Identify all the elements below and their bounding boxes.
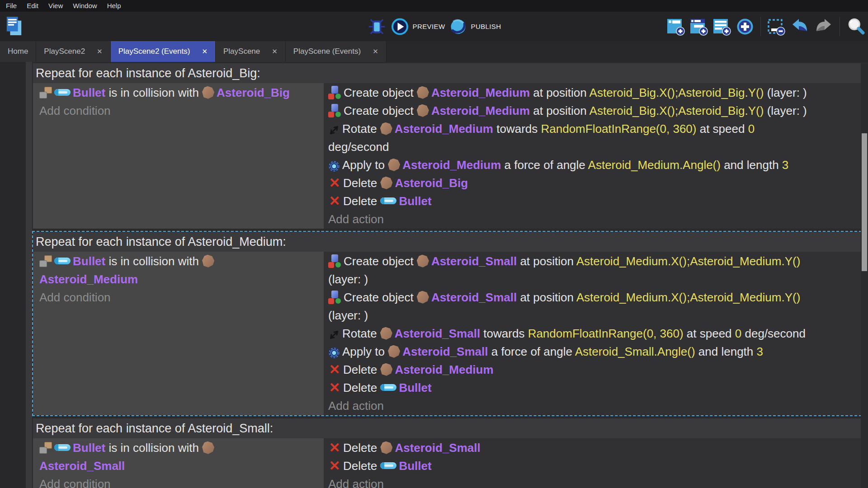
text-segment: Delete	[343, 459, 380, 473]
action-row[interactable]: Apply to Asteroid_Small a force of angle…	[328, 343, 858, 361]
action-row[interactable]: ✕Delete Asteroid_Big	[328, 174, 858, 192]
scrollbar-thumb[interactable]	[862, 133, 867, 271]
event-header[interactable]: Repeat for each instance of Asteroid_Big…	[33, 63, 861, 83]
bullet-icon	[54, 258, 71, 264]
text-segment: Bullet	[73, 86, 105, 99]
text-segment: Delete	[343, 194, 380, 208]
event-header[interactable]: Repeat for each instance of Asteroid_Med…	[33, 232, 861, 252]
text-segment: (layer: )	[764, 104, 807, 117]
add-action-button[interactable]: Add action	[328, 397, 858, 415]
action-row[interactable]: ✕Delete Bullet	[328, 379, 858, 397]
delete-icon: ✕	[328, 363, 341, 376]
tab-playscene[interactable]: PlayScene✕	[216, 41, 286, 62]
tab-playscene-events-[interactable]: PlayScene (Events)✕	[286, 41, 387, 62]
redo-icon[interactable]	[814, 18, 833, 36]
text-segment: at position	[517, 254, 576, 268]
tab-home[interactable]: Home	[0, 41, 36, 62]
menu-item-view[interactable]: View	[43, 0, 68, 12]
text-segment: Asteroid_Big	[217, 86, 290, 99]
asteroid-icon	[388, 345, 400, 358]
condition-row[interactable]: Bullet is in collision with Asteroid_Med…	[39, 252, 320, 288]
text-segment: (layer: )	[328, 309, 368, 322]
actions-column: Create object Asteroid_Medium at positio…	[324, 83, 861, 229]
action-row[interactable]: Create object Asteroid_Medium at positio…	[328, 84, 858, 102]
action-row[interactable]: Rotate Asteroid_Medium towards RandomFlo…	[328, 120, 858, 156]
add-condition-button[interactable]: Add condition	[39, 475, 320, 488]
menu-item-help[interactable]: Help	[102, 0, 126, 12]
action-row[interactable]: Apply to Asteroid_Medium a force of angl…	[328, 156, 858, 174]
menu-item-edit[interactable]: Edit	[22, 0, 43, 12]
debug-icon[interactable]	[367, 17, 387, 36]
text-segment: is in collision with	[105, 254, 202, 268]
search-icon[interactable]	[846, 17, 865, 36]
tab-playscene2[interactable]: PlayScene2✕	[36, 41, 110, 62]
action-row[interactable]: Rotate Asteroid_Small towards RandomFloa…	[328, 324, 858, 343]
add-condition-button[interactable]: Add condition	[39, 288, 320, 306]
add-condition-button[interactable]: Add condition	[39, 102, 320, 120]
tab-close-icon[interactable]: ✕	[202, 47, 208, 56]
menu-item-file[interactable]: File	[1, 0, 22, 12]
tab-label: PlayScene2	[44, 47, 85, 56]
event-body: Bullet is in collision with Asteroid_Big…	[33, 83, 861, 229]
add-comment-icon[interactable]	[713, 18, 731, 36]
text-segment: Bullet	[73, 254, 105, 268]
events-list: Repeat for each instance of Asteroid_Big…	[33, 63, 861, 488]
bullet-icon	[54, 89, 71, 96]
menu-item-window[interactable]: Window	[68, 0, 102, 12]
project-manager-icon[interactable]	[5, 15, 23, 39]
remove-event-icon[interactable]	[767, 18, 785, 36]
text-segment: Asteroid_Big.X();Asteroid_Big.Y()	[590, 104, 764, 117]
event-block: Repeat for each instance of Asteroid_Med…	[33, 232, 861, 415]
condition-row[interactable]: Bullet is in collision with Asteroid_Big	[39, 84, 320, 102]
create-icon	[328, 291, 341, 304]
asteroid-icon	[380, 122, 392, 135]
add-subevent-icon[interactable]	[690, 18, 708, 36]
text-segment: Delete	[343, 363, 380, 376]
delete-icon: ✕	[328, 195, 341, 207]
collision-icon	[39, 442, 52, 454]
text-segment: Asteroid_Small.Angle()	[575, 345, 695, 358]
publish-globe-icon	[449, 18, 467, 36]
text-segment: Create object	[344, 254, 417, 268]
text-segment: Rotate	[342, 122, 380, 136]
action-row[interactable]: ✕Delete Bullet	[328, 192, 858, 210]
asteroid-icon	[417, 86, 429, 99]
text-segment: deg/second	[328, 140, 389, 154]
action-row[interactable]: ✕Delete Asteroid_Medium	[328, 361, 858, 379]
text-segment: at position	[517, 291, 576, 304]
tab-close-icon[interactable]: ✕	[97, 47, 103, 56]
action-row[interactable]: Create object Asteroid_Small at position…	[328, 288, 858, 324]
add-event-icon[interactable]	[667, 18, 685, 36]
preview-button[interactable]: PREVIEW	[391, 18, 445, 36]
tab-playscene2-events-[interactable]: PlayScene2 (Events)✕	[111, 41, 216, 62]
text-segment: Delete	[343, 441, 380, 455]
events-indent-strip	[26, 62, 32, 488]
add-action-button[interactable]: Add action	[328, 475, 858, 488]
action-row[interactable]: Create object Asteroid_Small at position…	[328, 252, 858, 288]
text-segment: Asteroid_Big.X();Asteroid_Big.Y()	[590, 86, 764, 99]
text-segment: Asteroid_Big	[395, 176, 468, 190]
action-row[interactable]: ✕Delete Asteroid_Small	[328, 439, 858, 457]
action-row[interactable]: Create object Asteroid_Medium at positio…	[328, 102, 858, 120]
undo-icon[interactable]	[790, 18, 809, 36]
text-segment: Bullet	[399, 381, 431, 394]
action-row[interactable]: ✕Delete Bullet	[328, 457, 858, 475]
text-segment: and length	[695, 345, 757, 358]
text-segment: RandomFloatInRange(0, 360)	[541, 122, 696, 136]
preview-label: PREVIEW	[413, 23, 445, 30]
collision-icon	[39, 255, 52, 267]
add-action-button[interactable]: Add action	[328, 210, 858, 228]
scrollbar[interactable]	[861, 62, 868, 488]
text-segment: Asteroid_Small	[402, 345, 488, 358]
text-segment: 3	[782, 158, 788, 172]
event-header[interactable]: Repeat for each instance of Asteroid_Sma…	[33, 418, 861, 438]
delete-icon: ✕	[328, 177, 341, 189]
condition-row[interactable]: Bullet is in collision with Asteroid_Sma…	[39, 439, 320, 475]
text-segment: Rotate	[342, 327, 380, 340]
rotate-icon	[328, 328, 340, 339]
publish-button[interactable]: PUBLISH	[449, 18, 501, 36]
tab-close-icon[interactable]: ✕	[272, 47, 278, 56]
text-segment: at speed	[684, 327, 735, 340]
choose-event-icon[interactable]	[736, 18, 754, 36]
tab-close-icon[interactable]: ✕	[373, 47, 378, 56]
